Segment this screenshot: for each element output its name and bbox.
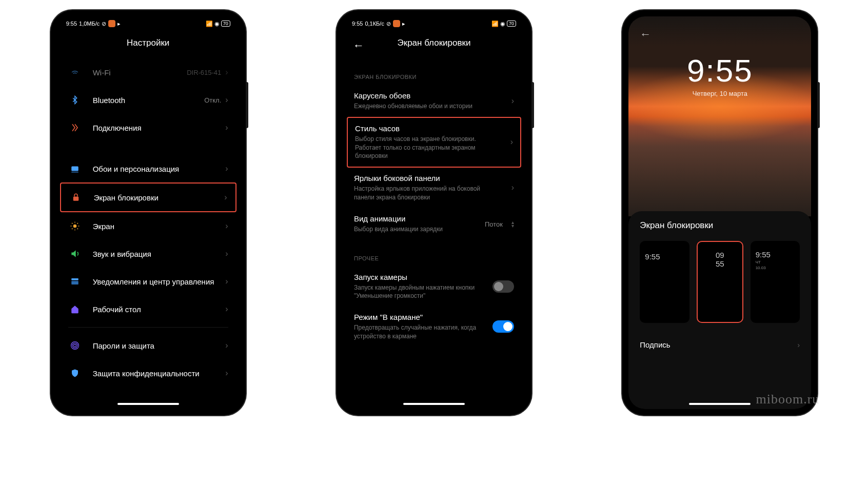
- camera-toggle[interactable]: [492, 280, 514, 293]
- shortcuts-title: Ярлыки боковой панели: [354, 174, 514, 182]
- carousel-sub: Ежедневно обновляемые обои и истории: [354, 102, 514, 111]
- clockstyle-sub: Выбор стиля часов на экране блокировки. …: [355, 135, 513, 160]
- shield-icon: [68, 367, 82, 380]
- desktop-label: Рабочий стол: [93, 305, 226, 314]
- header-title: Экран блокировки: [397, 38, 470, 48]
- fingerprint-icon: [68, 339, 82, 352]
- phone-1: 9:55 1,0МБ/с ⊘ ▸ 📶 ◉ 70 Настройки Wi-Fi …: [51, 10, 246, 415]
- item-clockstyle[interactable]: Стиль часов Выбор стиля часов на экране …: [347, 117, 521, 168]
- chevron-right-icon: ›: [225, 164, 228, 173]
- watermark: miboom.ru: [756, 392, 819, 407]
- wifi-value: DIR-615-41: [187, 69, 221, 76]
- nav-handle[interactable]: [403, 403, 465, 405]
- nav-handle[interactable]: [689, 403, 751, 405]
- chevron-right-icon: ›: [511, 183, 514, 192]
- phone-3: ← 9:55 Четверг, 10 марта Экран блокировк…: [622, 10, 817, 415]
- pocket-sub: Предотвращать случайные нажатия, когда у…: [354, 323, 514, 341]
- chevron-right-icon: ›: [510, 137, 513, 147]
- wallpaper-label: Обои и персонализация: [93, 165, 226, 173]
- phone-2: 9:55 0,1КБ/с ⊘ ▸ 📶 ◉ 70 ← Экран блокиров…: [337, 10, 531, 415]
- style-thumbnails: 9:55 09 55 9:55 ЧТ 10.03: [640, 241, 800, 323]
- thumb2-mins: 55: [716, 259, 724, 268]
- item-desktop[interactable]: Рабочий стол ›: [57, 295, 240, 323]
- chevron-right-icon: ›: [797, 340, 800, 349]
- preview-clock: 9:55 Четверг, 10 марта: [628, 52, 811, 97]
- chevron-right-icon: ›: [225, 95, 228, 105]
- wifi-icon: ◉: [500, 21, 505, 27]
- item-camera[interactable]: Запуск камеры Запуск камеры двойным нажа…: [343, 267, 525, 307]
- svg-point-3: [73, 225, 76, 228]
- thumb3-time: 9:55: [756, 250, 771, 259]
- item-connections[interactable]: Подключения ›: [57, 114, 240, 141]
- panel-title: Экран блокировки: [640, 220, 800, 231]
- item-pocket[interactable]: Режим "В кармане" Предотвращать случайны…: [343, 307, 525, 347]
- status-time: 9:55: [352, 21, 363, 27]
- svg-line-8: [72, 223, 72, 223]
- item-lockscreen[interactable]: Экран блокировки ›: [60, 182, 236, 212]
- svg-rect-0: [71, 167, 78, 171]
- item-display[interactable]: Экран ›: [57, 212, 240, 240]
- item-notifications[interactable]: Уведомления и центр управления ›: [57, 268, 240, 295]
- battery-icon: 70: [221, 21, 230, 27]
- display-label: Экран: [93, 222, 226, 231]
- chevron-right-icon: ›: [225, 123, 228, 132]
- svg-line-11: [77, 223, 77, 223]
- thumb3-date: 10.03: [756, 266, 766, 270]
- nav-handle[interactable]: [117, 403, 179, 405]
- signal-icon: 📶: [206, 21, 213, 27]
- item-passwords[interactable]: Пароли и защита ›: [57, 332, 240, 359]
- item-shortcuts[interactable]: Ярлыки боковой панели Настройка ярлыков …: [343, 168, 525, 208]
- brightness-icon: [68, 219, 82, 233]
- item-signature[interactable]: Подпись ›: [640, 333, 800, 356]
- item-carousel[interactable]: Карусель обоев Ежедневно обновляемые обо…: [343, 85, 525, 117]
- signature-label: Подпись: [640, 340, 670, 349]
- clock-style-3[interactable]: 9:55 ЧТ 10.03: [751, 241, 800, 323]
- bluetooth-icon: [68, 93, 82, 107]
- dnd-icon: ⊘: [102, 21, 106, 27]
- camera-title: Запуск камеры: [354, 273, 514, 281]
- item-bluetooth[interactable]: Bluetooth Откл. ›: [57, 86, 240, 114]
- thumb3-day: ЧТ: [756, 260, 761, 265]
- clock-style-1[interactable]: 9:55: [640, 241, 689, 323]
- pocket-toggle[interactable]: [492, 320, 514, 333]
- chevron-right-icon: ›: [224, 193, 227, 202]
- back-button[interactable]: ←: [640, 28, 651, 41]
- wallpaper-icon: [68, 162, 82, 175]
- updown-icon: ▴▾: [511, 220, 514, 228]
- camera-sub: Запуск камеры двойным нажатием кнопки "У…: [354, 283, 514, 301]
- preview-time: 9:55: [628, 52, 811, 89]
- statusbar: 9:55 0,1КБ/с ⊘ ▸ 📶 ◉ 70: [343, 16, 525, 31]
- app-badge-icon: [393, 20, 400, 27]
- item-sound[interactable]: Звук и вибрация ›: [57, 240, 240, 268]
- chevron-right-icon: ›: [225, 249, 228, 258]
- svg-rect-12: [71, 278, 78, 280]
- chevron-right-icon: ›: [225, 68, 228, 77]
- back-button[interactable]: ←: [353, 39, 364, 52]
- item-animation[interactable]: Вид анимации Выбор вида анимации зарядки…: [343, 208, 525, 240]
- statusbar: 9:55 1,0МБ/с ⊘ ▸ 📶 ◉ 70: [57, 16, 240, 31]
- wifi-label: Wi-Fi: [93, 68, 187, 77]
- section-lockscreen: ЭКРАН БЛОКИРОВКИ: [343, 58, 525, 85]
- chevron-right-icon: ›: [225, 304, 228, 314]
- settings-screen: 9:55 1,0МБ/с ⊘ ▸ 📶 ◉ 70 Настройки Wi-Fi …: [57, 16, 240, 409]
- item-wallpaper[interactable]: Обои и персонализация ›: [57, 155, 240, 182]
- svg-rect-1: [71, 172, 78, 173]
- shortcuts-sub: Настройка ярлыков приложений на боковой …: [354, 185, 514, 202]
- lock-icon: [69, 191, 83, 204]
- svg-line-9: [77, 229, 77, 229]
- clock-style-2[interactable]: 09 55: [697, 241, 743, 323]
- item-wifi[interactable]: Wi-Fi DIR-615-41 ›: [57, 58, 240, 86]
- chevron-right-icon: ›: [225, 277, 228, 286]
- play-icon: ▸: [402, 21, 405, 27]
- settings-list[interactable]: Wi-Fi DIR-615-41 › Bluetooth Откл. › Под…: [57, 58, 240, 387]
- status-time: 9:55: [66, 21, 77, 27]
- page-title: Настройки: [57, 31, 240, 58]
- svg-rect-13: [71, 281, 78, 284]
- play-icon: ▸: [117, 21, 121, 27]
- section-other: ПРОЧЕЕ: [343, 240, 525, 267]
- item-privacy[interactable]: Защита конфиденциальности ›: [57, 359, 240, 387]
- status-speed: 1,0МБ/с: [79, 21, 100, 27]
- notifications-icon: [68, 275, 82, 288]
- home-icon: [68, 302, 82, 316]
- sound-icon: [68, 247, 82, 260]
